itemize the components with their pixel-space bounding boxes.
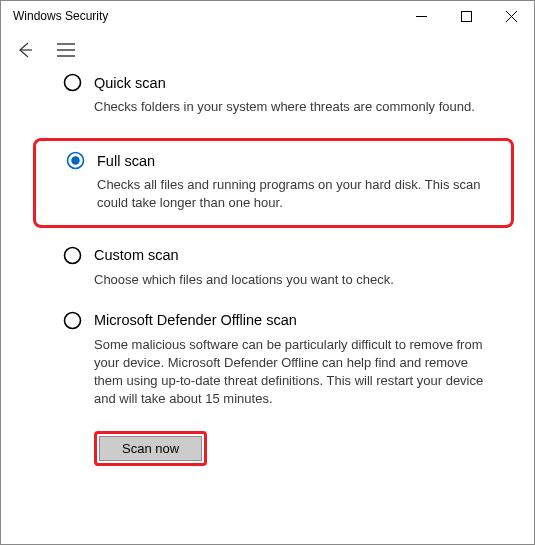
close-button[interactable] — [489, 1, 534, 31]
scan-option-full: Full scan Checks all files and running p… — [33, 138, 514, 227]
hamburger-icon[interactable] — [57, 43, 75, 57]
maximize-button[interactable] — [444, 1, 489, 31]
minimize-button[interactable] — [399, 1, 444, 31]
scan-now-highlight: Scan now — [94, 431, 207, 466]
scan-now-button[interactable]: Scan now — [99, 436, 202, 461]
titlebar: Windows Security — [1, 1, 534, 31]
window-title: Windows Security — [13, 9, 108, 23]
scan-option-label: Quick scan — [94, 75, 166, 91]
back-icon[interactable] — [15, 40, 35, 60]
scan-option-custom: Custom scan Choose which files and locat… — [63, 246, 502, 289]
nav-row — [1, 31, 534, 69]
svg-point-12 — [65, 312, 81, 328]
radio-quick[interactable] — [63, 73, 82, 92]
scan-option-desc: Checks folders in your system where thre… — [63, 98, 496, 116]
scan-options-panel: Quick scan Checks folders in your system… — [1, 69, 534, 466]
scan-option-quick: Quick scan Checks folders in your system… — [63, 73, 502, 116]
svg-point-11 — [65, 247, 81, 263]
scan-option-label: Microsoft Defender Offline scan — [94, 312, 297, 328]
radio-offline[interactable] — [63, 311, 82, 330]
scan-option-offline: Microsoft Defender Offline scan Some mal… — [63, 311, 502, 409]
scan-option-desc: Checks all files and running programs on… — [66, 176, 497, 212]
scan-option-label: Custom scan — [94, 247, 179, 263]
svg-point-8 — [65, 75, 81, 91]
svg-rect-1 — [462, 11, 472, 21]
action-area: Scan now — [63, 431, 502, 466]
scan-option-desc: Choose which files and locations you wan… — [63, 271, 496, 289]
scan-option-desc: Some malicious software can be particula… — [63, 336, 496, 409]
scan-option-label: Full scan — [97, 153, 155, 169]
radio-full[interactable] — [66, 151, 85, 170]
window-controls — [399, 1, 534, 31]
radio-custom[interactable] — [63, 246, 82, 265]
svg-point-10 — [71, 156, 79, 164]
